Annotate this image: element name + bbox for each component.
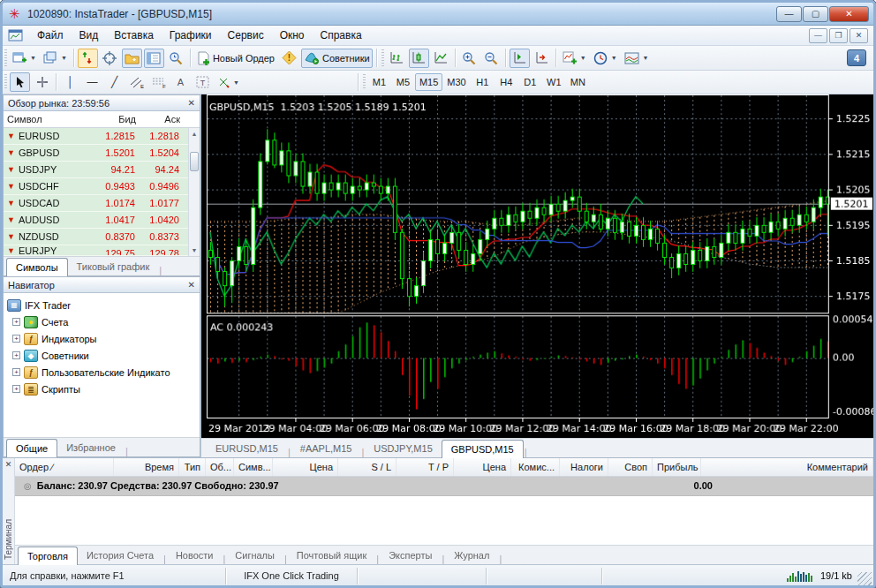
terminal-toggle-button[interactable] <box>144 49 164 68</box>
tree-root[interactable]: ▦IFX Trader <box>5 297 198 313</box>
data-window-button[interactable] <box>100 49 120 68</box>
menu-0[interactable]: Файл <box>29 26 72 44</box>
market-watch-row[interactable]: ▼AUDUSD1.04171.0420 <box>4 212 200 229</box>
tab-chart-3[interactable]: GBPUSD,M15 <box>442 440 524 458</box>
menu-5[interactable]: Окно <box>272 26 313 44</box>
menu-1[interactable]: Вид <box>72 26 107 44</box>
periods-button[interactable]: ▼ <box>591 49 620 68</box>
timeframe-M30[interactable]: M30 <box>442 73 470 91</box>
channel-tool-button[interactable]: E <box>126 72 147 92</box>
tab-terminal-4[interactable]: Почтовый ящик <box>288 547 375 564</box>
tree-item-2[interactable]: +◆Советники <box>5 347 198 364</box>
column-ask[interactable]: Аск <box>140 111 184 127</box>
zoom-in-button[interactable] <box>459 49 480 68</box>
market-watch-row[interactable]: ▼GBPUSD1.52011.5204 <box>4 145 200 162</box>
close-button[interactable]: ✕ <box>829 6 869 22</box>
crosshair-tool-button[interactable] <box>32 72 52 92</box>
resize-grip[interactable] <box>857 572 872 585</box>
expand-plus-icon[interactable]: + <box>12 368 20 376</box>
market-watch-row[interactable]: ▼USDCAD1.01741.0177 <box>4 195 200 212</box>
column-bid[interactable]: Бид <box>95 111 140 127</box>
profiles-button[interactable]: ▼ <box>41 49 70 68</box>
cursor-tool-button[interactable] <box>10 72 30 92</box>
mdi-close-button[interactable]: ✕ <box>850 28 868 43</box>
tab-market-watch-1[interactable]: Тиковый график <box>68 259 159 275</box>
market-watch-scrollbar[interactable]: ▲ ▼ <box>188 128 200 256</box>
timeframe-MN[interactable]: MN <box>566 73 590 91</box>
timeframe-H4[interactable]: H4 <box>495 73 518 91</box>
terminal-column-0[interactable]: Ордер ∕ <box>15 458 114 476</box>
minimize-button[interactable]: — <box>776 6 802 22</box>
market-watch-row[interactable]: ▼USDJPY94.2194.24 <box>4 162 200 178</box>
tab-terminal-5[interactable]: Эксперты <box>380 547 441 564</box>
market-watch-row[interactable]: ▼NZDUSD0.83700.8373 <box>4 229 200 245</box>
tab-terminal-2[interactable]: Новости <box>167 547 223 564</box>
timeframe-W1[interactable]: W1 <box>542 73 566 91</box>
terminal-column-2[interactable]: Тип <box>179 458 206 476</box>
indicators-button[interactable]: ▼ <box>560 49 589 68</box>
zoom-out-button[interactable] <box>481 49 502 68</box>
arrows-tool-button[interactable]: ▼ <box>215 72 242 92</box>
tab-navigator-1[interactable]: Избранное <box>57 440 125 456</box>
strategy-tester-button[interactable] <box>166 49 186 68</box>
expand-plus-icon[interactable]: + <box>12 385 20 393</box>
tab-terminal-3[interactable]: Сигналы <box>226 547 283 564</box>
maximize-button[interactable]: ▢ <box>803 6 828 22</box>
tab-chart-2[interactable]: USDJPY,M15 <box>365 441 441 457</box>
price-chart-canvas[interactable] <box>201 94 873 438</box>
candle-chart-type-button[interactable] <box>409 49 429 68</box>
market-watch-header[interactable]: Обзор рынка: 23:59:56 ✕ <box>4 95 200 111</box>
terminal-column-5[interactable]: Цена <box>273 458 338 476</box>
navigator-close-icon[interactable]: ✕ <box>188 280 195 290</box>
navigator-header[interactable]: Навигатор ✕ <box>4 277 200 293</box>
terminal-column-13[interactable]: Комментарий <box>701 458 873 476</box>
chart-shift-button[interactable] <box>532 49 552 68</box>
text-tool-button[interactable]: A <box>170 72 191 92</box>
market-watch-row[interactable]: ▼USDCHF0.94930.9496 <box>4 178 200 195</box>
scroll-up-icon[interactable]: ▲ <box>189 128 200 139</box>
timeframe-M5[interactable]: M5 <box>391 73 415 91</box>
timeframe-D1[interactable]: D1 <box>518 73 542 91</box>
expand-plus-icon[interactable]: + <box>12 351 20 359</box>
tree-item-0[interactable]: +●Счета <box>5 313 198 330</box>
balance-row[interactable]: ◎ Баланс: 230.97 Средства: 230.97 Свобод… <box>15 477 873 496</box>
terminal-column-9[interactable]: Комис... <box>511 458 560 476</box>
menu-3[interactable]: Графики <box>162 26 220 44</box>
expert-advisors-button[interactable]: Советники <box>301 49 373 68</box>
vertical-line-tool-button[interactable]: │ <box>60 72 80 92</box>
templates-button[interactable]: ▼ <box>622 49 652 68</box>
tab-terminal-6[interactable]: Журнал <box>445 547 498 564</box>
mdi-minimize-button[interactable]: — <box>809 28 827 43</box>
column-symbol[interactable]: Символ <box>4 111 95 127</box>
tab-terminal-0[interactable]: Торговля <box>18 547 78 565</box>
tab-navigator-0[interactable]: Общие <box>6 439 57 457</box>
navigator-toggle-button[interactable] <box>122 49 142 68</box>
tab-chart-0[interactable]: EURUSD,M15 <box>207 441 287 457</box>
trendline-tool-button[interactable]: ╱ <box>104 72 125 92</box>
new-chart-button[interactable]: ▼ <box>10 49 39 68</box>
tab-market-watch-0[interactable]: Символы <box>6 258 68 276</box>
tab-chart-1[interactable]: #AAPL,M15 <box>291 441 361 457</box>
expand-plus-icon[interactable]: + <box>12 335 20 343</box>
terminal-column-1[interactable]: Время <box>114 458 179 476</box>
timeframe-M15[interactable]: M15 <box>415 73 442 91</box>
tab-terminal-1[interactable]: История Счета <box>78 547 162 564</box>
tree-item-1[interactable]: +ƒИндикаторы <box>5 330 198 347</box>
terminal-column-12[interactable]: Прибыль <box>653 458 701 476</box>
terminal-column-10[interactable]: Налоги <box>560 458 608 476</box>
terminal-column-6[interactable]: S / L <box>338 458 396 476</box>
alert-button[interactable]: ! <box>279 49 299 68</box>
terminal-column-7[interactable]: T / P <box>396 458 454 476</box>
bar-chart-type-button[interactable] <box>387 49 407 68</box>
terminal-column-8[interactable]: Цена <box>454 458 511 476</box>
menu-6[interactable]: Справка <box>313 26 370 44</box>
toolbar-grip[interactable] <box>4 49 7 66</box>
tree-item-3[interactable]: +ƒПользовательские Индикато <box>5 364 198 381</box>
expand-plus-icon[interactable]: + <box>12 318 20 326</box>
terminal-column-11[interactable]: Своп <box>608 458 653 476</box>
menu-2[interactable]: Вставка <box>106 26 162 44</box>
auto-scroll-button[interactable] <box>510 49 530 68</box>
market-watch-row[interactable]: ▼EURJPY129.75129.78 <box>4 245 200 256</box>
terminal-column-3[interactable]: Об... <box>206 458 234 476</box>
status-trading-mode[interactable]: IFX One Click Trading <box>226 565 357 587</box>
